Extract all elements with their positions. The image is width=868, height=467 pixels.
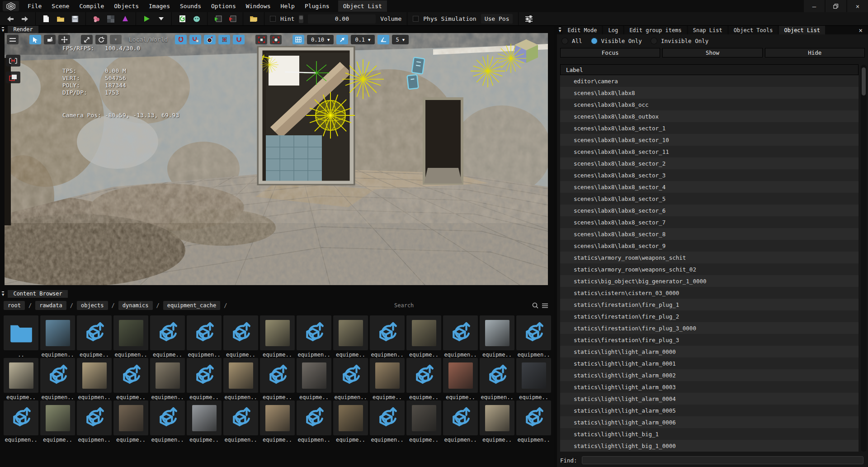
object-list-item[interactable]: statics\firestation\fire_plug_3 xyxy=(560,334,859,346)
content-tile[interactable]: equipmen.. xyxy=(77,400,112,443)
object-list-item[interactable]: scenes\labx8\labx8_sector_2 xyxy=(560,157,859,169)
content-tile[interactable]: equipme.. xyxy=(260,358,295,400)
content-tile[interactable]: equipme.. xyxy=(113,358,148,400)
export-icon[interactable] xyxy=(227,14,237,24)
close-button[interactable]: × xyxy=(847,0,868,12)
object-list-item[interactable]: scenes\labx8\labx8_outbox xyxy=(560,110,859,122)
panel-tab[interactable]: Edit Mode xyxy=(562,26,602,34)
angle-snap-dropdown[interactable]: 5▼ xyxy=(392,35,409,44)
content-tile[interactable]: equipme.. xyxy=(77,315,112,358)
content-tile[interactable]: equipme.. xyxy=(370,358,405,400)
scrollbar-thumb[interactable] xyxy=(862,67,866,95)
breadcrumb-item[interactable]: equipment_cache xyxy=(163,301,220,310)
object-list-item[interactable]: statics\light\light_alarm_0006 xyxy=(560,416,859,428)
object-list-item[interactable]: statics\armory_room\weapons_schit_02 xyxy=(560,263,859,275)
object-list-item[interactable]: scenes\labx8\labx8_sector_5 xyxy=(560,193,859,205)
coord-mode-label[interactable]: Local/World xyxy=(129,36,168,43)
object-list-item[interactable]: scenes\labx8\labx8_sector_6 xyxy=(560,205,859,216)
object-list-item[interactable]: statics\light\light_big_1_0000 xyxy=(560,440,859,452)
content-tile[interactable]: equipme.. xyxy=(406,315,441,358)
action-button[interactable]: Focus xyxy=(560,48,660,57)
breadcrumb-item[interactable]: objects xyxy=(77,301,108,310)
content-tile[interactable]: equipmen.. xyxy=(40,315,75,358)
content-tile[interactable]: equipmen.. xyxy=(297,315,331,358)
menu-item[interactable]: File xyxy=(23,0,47,12)
reload-icon[interactable] xyxy=(177,14,187,24)
hint-slider[interactable] xyxy=(299,15,303,23)
object-list-item[interactable]: scenes\labx8\labx8_sector_11 xyxy=(560,146,859,157)
content-tile[interactable]: equipme.. xyxy=(516,358,551,400)
new-file-icon[interactable] xyxy=(41,14,51,24)
object-list-item[interactable]: editor\camera xyxy=(560,75,859,87)
filter-menu-icon[interactable] xyxy=(542,303,548,308)
phys-sim-checkbox[interactable] xyxy=(413,16,419,22)
snap-pivot-icon[interactable] xyxy=(204,35,216,44)
menu-item[interactable]: Scene xyxy=(47,0,74,12)
list-scrollbar[interactable] xyxy=(861,65,867,452)
object-list-item[interactable]: statics\firestation\fire_plug_2 xyxy=(560,310,859,322)
scale-tool-icon[interactable] xyxy=(81,35,93,44)
action-button[interactable]: Hide xyxy=(765,48,865,57)
object-list-item[interactable]: scenes\labx8\labx8_sector_9 xyxy=(560,240,859,252)
object-list-item[interactable]: scenes\labx8\labx8_sector_8 xyxy=(560,228,859,240)
move-snap-dropdown[interactable]: 0.1▼ xyxy=(351,35,374,44)
object-list-item[interactable]: statics\firestation\fire_plug_1 xyxy=(560,299,859,310)
object-list-item[interactable]: scenes\labx8\labx8_sector_4 xyxy=(560,181,859,193)
snap-magnet-icon[interactable] xyxy=(233,35,245,44)
angle-snap-icon[interactable] xyxy=(377,35,389,44)
content-tile[interactable]: equipmen.. xyxy=(77,358,112,400)
breadcrumb-item[interactable]: dynamics xyxy=(118,301,153,310)
list-header[interactable]: Label xyxy=(560,64,859,75)
panel-tab[interactable]: Object List xyxy=(779,26,825,34)
open-file-icon[interactable] xyxy=(56,14,66,24)
play-options-icon[interactable] xyxy=(156,14,166,24)
menu-item[interactable]: Options xyxy=(206,0,241,12)
content-tile[interactable]: equipme.. xyxy=(187,358,222,400)
visibility-filter[interactable]: Invisible Only xyxy=(651,38,713,44)
action-button[interactable]: Show xyxy=(662,48,762,57)
hint-value-field[interactable]: 0.00 xyxy=(308,14,376,24)
use-pos-button[interactable]: Use Pos xyxy=(481,14,513,24)
object-list-item[interactable]: statics\big_object\big_generator_1_0000 xyxy=(560,275,859,287)
menu-item-object-list[interactable]: Object List xyxy=(338,0,387,12)
content-tile[interactable]: equipmen.. xyxy=(150,400,185,443)
object-list-item[interactable]: scenes\labx8\labx8_sector_10 xyxy=(560,134,859,146)
content-tile[interactable]: equipmen.. xyxy=(187,315,222,358)
content-tile[interactable]: equipme.. xyxy=(406,400,441,443)
folder-tool-icon[interactable] xyxy=(249,14,259,24)
menu-item[interactable]: Compile xyxy=(74,0,109,12)
panel-close-icon[interactable]: × xyxy=(854,26,868,34)
import-icon[interactable] xyxy=(213,14,223,24)
collapse-icon[interactable]: ▼ xyxy=(559,28,561,33)
move-step-icon[interactable] xyxy=(336,35,348,44)
object-list-item[interactable]: scenes\labx8\labx8 xyxy=(560,87,859,99)
object-list-item[interactable]: scenes\labx8\labx8_sector_3 xyxy=(560,169,859,181)
add-object-tool-icon[interactable] xyxy=(44,35,56,44)
snap-grid-icon[interactable] xyxy=(218,35,230,44)
content-tile[interactable]: equipmen.. xyxy=(333,358,368,400)
content-tile[interactable]: equipmen.. xyxy=(370,315,405,358)
rotate-tool-icon[interactable] xyxy=(95,35,107,44)
content-tile[interactable]: equipme.. xyxy=(150,315,185,358)
content-tile[interactable]: equipmen.. xyxy=(297,400,331,443)
object-list-item[interactable]: statics\cistern\cistern_03_0000 xyxy=(560,287,859,299)
find-input[interactable] xyxy=(582,456,863,464)
object-list-item[interactable]: statics\light\light_alarm_0005 xyxy=(560,405,859,416)
save-icon[interactable] xyxy=(70,14,80,24)
content-tile[interactable]: equipmen.. xyxy=(150,358,185,400)
breadcrumb-item[interactable]: root xyxy=(4,301,25,310)
panel-tab[interactable]: Edit group items xyxy=(624,26,687,34)
preview-icon[interactable] xyxy=(192,14,202,24)
content-tile[interactable]: equipme.. xyxy=(223,315,258,358)
content-tile[interactable]: equipmen.. xyxy=(480,358,514,400)
hint-checkbox[interactable] xyxy=(270,16,276,22)
menu-item[interactable]: Sounds xyxy=(175,0,206,12)
content-tile[interactable]: equipme.. xyxy=(260,400,295,443)
content-tile[interactable]: equipmen.. xyxy=(113,315,148,358)
content-tile[interactable]: equipme.. xyxy=(4,358,38,400)
grid-snap-dropdown[interactable]: 0.10▼ xyxy=(307,35,334,44)
object-list-item[interactable]: statics\light\light_alarm_0003 xyxy=(560,381,859,393)
content-tile[interactable]: equipmen.. xyxy=(223,400,258,443)
viewport-menu-icon[interactable] xyxy=(7,35,19,44)
selection-frame-icon[interactable] xyxy=(255,35,267,44)
